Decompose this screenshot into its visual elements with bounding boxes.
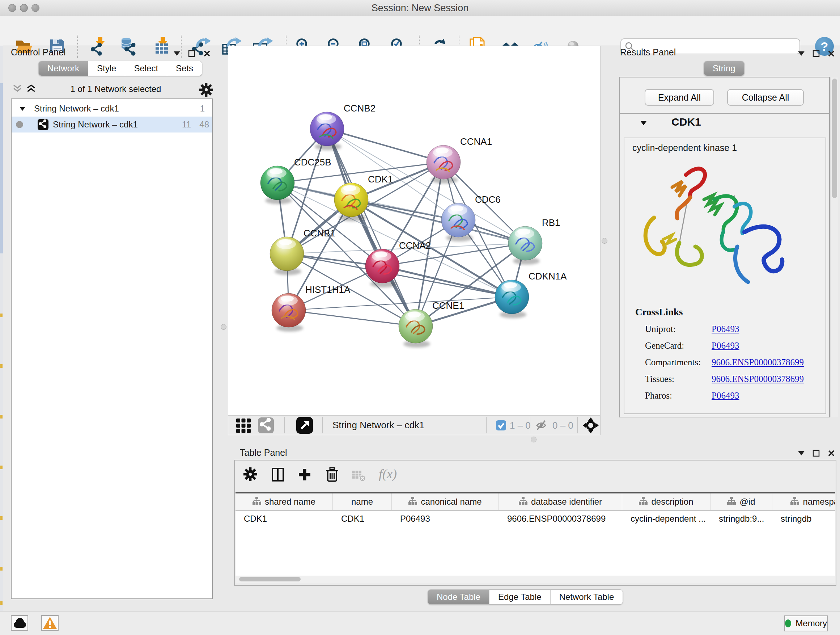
- crosslink-link[interactable]: P06493: [712, 391, 739, 401]
- panel-menu-icon[interactable]: [798, 51, 805, 56]
- collapse-all-networks-icon[interactable]: [12, 84, 22, 94]
- scrollbar-thumb[interactable]: [239, 577, 301, 581]
- expand-all-button[interactable]: Expand All: [645, 89, 714, 106]
- table-cell--id[interactable]: stringdb:9...: [711, 511, 772, 526]
- create-column-icon[interactable]: [298, 468, 311, 483]
- memory-status-dot: [785, 619, 791, 627]
- table-cell-description[interactable]: cyclin-dependent ...: [622, 511, 711, 526]
- network-node-CDC25B[interactable]: [261, 166, 294, 204]
- network-view-mode-icon[interactable]: [258, 417, 274, 435]
- import-table-from-file-icon[interactable]: [153, 36, 171, 57]
- network-node-CDC6[interactable]: [441, 203, 475, 241]
- tab-select[interactable]: Select: [125, 61, 167, 76]
- network-node-CCNA2[interactable]: [365, 249, 399, 287]
- results-panel-tab-string[interactable]: String: [704, 61, 745, 76]
- table-row[interactable]: CDK1CDK1P064939606.ENSP00000378699cyclin…: [235, 511, 835, 526]
- selected-nodes-checkbox[interactable]: [496, 420, 506, 432]
- float-panel-icon[interactable]: [813, 50, 820, 57]
- control-panel-window-controls: [174, 50, 210, 57]
- warnings-button[interactable]: [41, 615, 58, 631]
- gene-collapse-arrow-icon[interactable]: [640, 120, 647, 127]
- grid-view-icon[interactable]: [236, 418, 251, 434]
- network-node-CDK1[interactable]: [334, 183, 368, 221]
- network-node-CDKN1A[interactable]: [495, 280, 529, 318]
- node-table[interactable]: shared namenamecanonical namedatabase id…: [235, 492, 835, 579]
- crosslink-link[interactable]: 9606.ENSP00000378699: [712, 374, 804, 384]
- fit-selected-crosshair-icon[interactable]: [583, 417, 599, 435]
- import-network-from-database-icon[interactable]: [119, 36, 138, 57]
- cloud-services-button[interactable]: [11, 615, 28, 631]
- scrollbar-thumb[interactable]: [832, 79, 837, 198]
- table-cell-canonical-name[interactable]: P06493: [392, 511, 499, 526]
- network-collection-row[interactable]: String Network – cdk1 1: [11, 101, 212, 117]
- delete-column-icon[interactable]: [325, 467, 339, 484]
- column-header-database-identifier[interactable]: database identifier: [499, 494, 622, 510]
- tab-style[interactable]: Style: [88, 61, 125, 76]
- table-cell-database-identifier[interactable]: 9606.ENSP00000378699: [499, 511, 622, 526]
- network-canvas[interactable]: CCNB2CCNA1CDC25BCDK1CDC6RB1CCNB1CCNA2CDK…: [228, 46, 600, 415]
- right-splitter-handle[interactable]: [602, 238, 607, 244]
- birds-eye-view-icon[interactable]: [296, 417, 313, 435]
- left-splitter-handle[interactable]: [221, 324, 226, 330]
- column-header-canonical-name[interactable]: canonical name: [392, 494, 499, 510]
- bottom-splitter-handle[interactable]: [531, 437, 537, 442]
- network-node-CCNB2[interactable]: [310, 112, 344, 150]
- tab-network-table[interactable]: Network Table: [550, 590, 623, 604]
- crosslinks-list: Uniprot:P06493GeneCard:P06493Compartment…: [645, 321, 826, 404]
- network-node-CCNE1[interactable]: [399, 309, 433, 348]
- table-options-gear-icon[interactable]: [243, 467, 257, 483]
- network-edge-CCNB2-CCNE1[interactable]: [327, 129, 416, 326]
- memory-button[interactable]: Memory: [784, 616, 828, 631]
- crosslink-row-genecard-: GeneCard:P06493: [645, 337, 826, 354]
- network-edge-CCNA2-CDKN1A[interactable]: [382, 266, 512, 297]
- close-panel-icon[interactable]: [828, 450, 835, 457]
- crosslink-link[interactable]: 9606.ENSP00000378699: [712, 357, 804, 367]
- show-columns-icon[interactable]: [271, 468, 285, 483]
- crosslink-link[interactable]: P06493: [712, 324, 739, 334]
- column-header-name[interactable]: name: [333, 494, 392, 510]
- column-namespace-icon: [253, 497, 261, 505]
- network-node-HIST1H1A[interactable]: [272, 293, 306, 332]
- expand-all-networks-icon[interactable]: [26, 84, 36, 94]
- collapse-arrow-icon[interactable]: [19, 107, 25, 111]
- panel-menu-icon[interactable]: [798, 451, 805, 455]
- tab-edge-table[interactable]: Edge Table: [489, 590, 550, 604]
- toolbar-separator: [530, 417, 531, 433]
- crosslink-label: Compartments:: [645, 357, 712, 367]
- float-panel-icon[interactable]: [813, 450, 820, 457]
- import-network-from-file-icon[interactable]: [89, 36, 107, 57]
- network-node-CCNB1[interactable]: [270, 237, 304, 275]
- table-cell-namespace[interactable]: stringdb: [772, 511, 835, 526]
- network-node-CCNA1[interactable]: [426, 145, 461, 184]
- float-panel-icon[interactable]: [188, 50, 195, 57]
- column-header-namespace[interactable]: namespace: [772, 494, 835, 510]
- network-node-label-CDK1: CDK1: [368, 174, 393, 185]
- close-panel-icon[interactable]: [203, 50, 210, 57]
- column-header-label: description: [651, 497, 693, 507]
- column-header-shared-name[interactable]: shared name: [235, 494, 333, 510]
- tab-sets[interactable]: Sets: [167, 61, 202, 76]
- crosslinks-heading: CrossLinks: [635, 307, 826, 318]
- network-node-RB1[interactable]: [508, 226, 542, 264]
- network-row-selected[interactable]: String Network – cdk1 11 48: [11, 117, 212, 133]
- results-panel-scrollbar[interactable]: [831, 78, 838, 417]
- table-cell-name[interactable]: CDK1: [333, 511, 392, 526]
- tab-string[interactable]: String: [704, 61, 744, 76]
- status-bar: Memory: [0, 611, 840, 635]
- network-edge-HIST1H1A-CCNE1[interactable]: [289, 310, 416, 326]
- hidden-elements-icon[interactable]: [535, 420, 547, 432]
- collapse-all-button[interactable]: Collapse All: [727, 89, 804, 106]
- current-network-name: String Network – cdk1: [332, 420, 424, 431]
- network-options-gear-icon[interactable]: [199, 82, 213, 98]
- table-horizontal-scrollbar[interactable]: [235, 576, 835, 583]
- crosslink-link[interactable]: P06493: [712, 340, 739, 351]
- tab-network[interactable]: Network: [39, 61, 88, 76]
- column-header-description[interactable]: description: [622, 494, 711, 510]
- column-header--id[interactable]: @id: [711, 494, 772, 510]
- close-panel-icon[interactable]: [828, 50, 835, 57]
- network-edge-CCNB2-CCNA1[interactable]: [327, 129, 444, 162]
- panel-menu-icon[interactable]: [174, 51, 180, 56]
- column-namespace-icon: [519, 497, 527, 505]
- table-cell-shared-name[interactable]: CDK1: [235, 511, 333, 526]
- tab-node-table[interactable]: Node Table: [428, 590, 489, 604]
